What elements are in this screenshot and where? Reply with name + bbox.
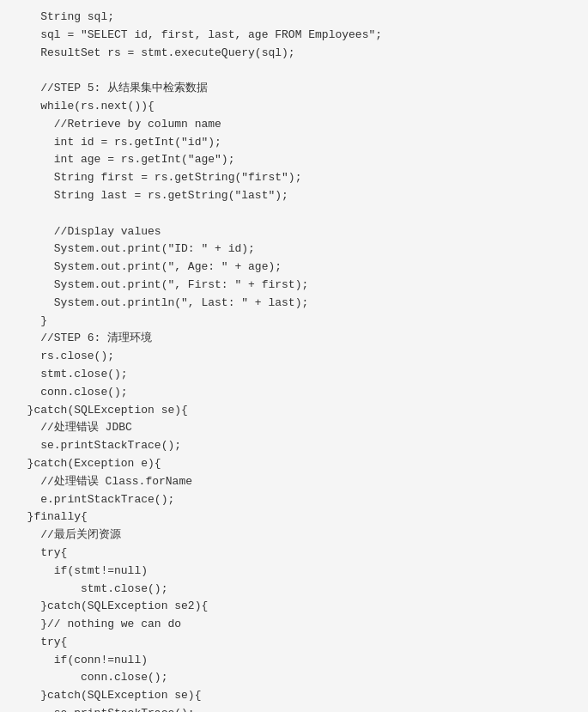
code-block: String sql; sql = "SELECT id, first, las… (14, 9, 574, 712)
code-container: String sql; sql = "SELECT id, first, las… (0, 0, 588, 712)
